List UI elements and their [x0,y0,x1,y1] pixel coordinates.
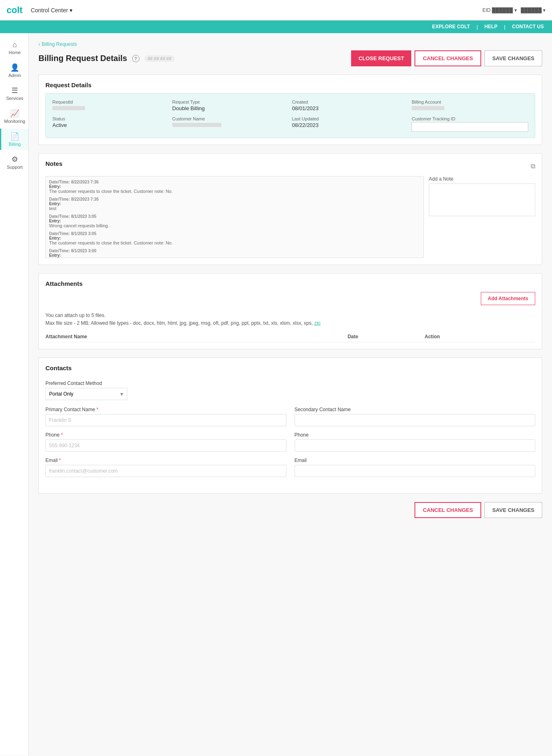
field-last-updated-value: 08/22/2023 [292,122,409,128]
sidebar-item-label: Services [6,96,23,101]
field-request-id-value [52,105,169,111]
notes-body: Date/Time: 8/22/2023 7:36 Entry: The cus… [45,176,535,258]
save-changes-button-bottom[interactable]: SAVE CHANGES [484,502,542,518]
sidebar-item-label: Billing [9,142,20,147]
secondary-contact-name-field: Secondary Contact Name [295,407,536,426]
request-details-section: Request Details RequestId Request Type D… [38,75,542,145]
support-icon: ⚙ [11,155,18,164]
field-customer-tracking-id-label: Customer Tracking ID [412,116,528,121]
primary-email-input[interactable] [45,465,286,477]
contacts-title: Contacts [45,364,535,371]
preferred-contact-method-select-wrapper: Portal Only Email Phone ▾ [45,388,127,400]
notes-log[interactable]: Date/Time: 8/22/2023 7:36 Entry: The cus… [45,176,424,258]
help-icon[interactable]: ? [132,55,140,62]
bottom-actions: CANCEL CHANGES SAVE CHANGES [38,502,542,526]
contacts-form: Preferred Contact Method Portal Only Ema… [45,376,535,487]
note-entry-4: Date/Time: 8/1/2023 3:05 Entry: The cust… [49,231,420,245]
secondary-phone-field: Phone [295,432,536,452]
breadcrumb-arrow: ‹ [38,41,40,47]
sidebar-item-services[interactable]: ☰ Services [0,83,28,104]
attachments-section: Attachments Add Attachments You can atta… [38,273,542,349]
note-entry-1: Date/Time: 8/22/2023 7:36 Entry: The cus… [49,180,420,194]
request-details-box: RequestId Request Type Double Billing Cr… [45,93,535,138]
primary-phone-field: Phone * [45,432,286,452]
sidebar-item-billing[interactable]: 📄 Billing [0,129,28,150]
field-status-value: Active [52,122,169,128]
field-billing-account: Billing Account [412,100,528,111]
phone-row: Phone * Phone [45,432,535,452]
preferred-contact-method-row: Preferred Contact Method Portal Only Ema… [45,380,535,400]
page-header: Billing Request Details ? ## ## ## ## CL… [38,50,542,66]
field-created-label: Created [292,100,409,104]
cancel-changes-button-bottom[interactable]: CANCEL CHANGES [415,502,481,518]
sidebar-item-support[interactable]: ⚙ Support [0,152,28,173]
sidebar-item-admin[interactable]: 👤 Admin [0,60,28,81]
secondary-contact-name-input[interactable] [295,414,536,426]
content-area: ‹ Billing Requests Billing Request Detai… [29,33,552,756]
note-add-area: Add a Note [429,176,535,258]
add-attachments-button[interactable]: Add Attachments [481,292,535,305]
preferred-contact-method-select[interactable]: Portal Only Email Phone [45,388,127,400]
explore-colt-link[interactable]: EXPLORE COLT [432,24,470,30]
field-request-id-label: RequestId [52,100,169,104]
field-customer-name: Customer Name [172,116,289,132]
main-layout: ⌂ Home 👤 Admin ☰ Services 📈 Monitoring 📄… [0,33,552,756]
field-customer-name-value [172,122,289,128]
preferred-contact-method-label: Preferred Contact Method [45,380,535,386]
sidebar-item-monitoring[interactable]: 📈 Monitoring [0,106,28,127]
close-request-button[interactable]: CLOSE REQUEST [351,50,411,66]
field-request-type-value: Double Billing [172,105,289,111]
primary-contact-name-field: Primary Contact Name * [45,407,286,426]
contact-name-row: Primary Contact Name * Secondary Contact… [45,407,535,426]
secondary-email-field: Email [295,457,536,477]
field-customer-tracking-id-input[interactable] [412,122,528,132]
secondary-contact-name-label: Secondary Contact Name [295,407,536,412]
sidebar-item-home[interactable]: ⌂ Home [0,37,28,58]
contacts-section: Contacts Preferred Contact Method Portal… [38,358,542,494]
zip-link[interactable]: zip [314,320,320,326]
app-name[interactable]: Control Center ▾ [31,7,72,14]
primary-contact-name-input[interactable] [45,414,286,426]
add-note-label: Add a Note [429,176,535,182]
attachments-table: Attachment Name Date Action [45,331,535,342]
field-request-type: Request Type Double Billing [172,100,289,111]
breadcrumb[interactable]: ‹ Billing Requests [38,41,542,47]
field-created-value: 08/01/2023 [292,105,409,111]
billing-icon: 📄 [10,132,19,141]
sidebar-item-label: Home [9,50,20,55]
field-created: Created 08/01/2023 [292,100,409,111]
primary-contact-name-label: Primary Contact Name * [45,407,286,412]
logo: colt [7,5,23,16]
col-date: Date [347,331,424,342]
secondary-email-input[interactable] [295,465,536,477]
attach-info-line2: Max file size - 2 MB; Allowed file types… [45,319,535,327]
request-id-badge: ## ## ## ## [144,55,175,62]
request-details-title: Request Details [45,81,535,88]
save-changes-button-top[interactable]: SAVE CHANGES [484,50,542,66]
copy-icon[interactable]: ⧉ [531,163,535,170]
breadcrumb-label: Billing Requests [42,41,77,47]
note-entry-2: Date/Time: 8/22/2023 7:35 Entry: test [49,197,420,211]
primary-email-field: Email * [45,457,286,477]
field-billing-account-label: Billing Account [412,100,528,104]
field-status: Status Active [52,116,169,132]
secondary-phone-input[interactable] [295,439,536,452]
primary-phone-input[interactable] [45,439,286,452]
top-nav: colt Control Center ▾ EID ██████ ▾ █████… [0,0,552,20]
request-details-grid: RequestId Request Type Double Billing Cr… [52,100,528,132]
eid-label: EID ██████ ▾ ██████ ▾ [482,7,545,13]
sub-nav: EXPLORE COLT | HELP | CONTACT US [0,20,552,33]
notes-header: Notes ⧉ [45,160,535,172]
notes-section: Notes ⧉ Date/Time: 8/22/2023 7:36 Entry:… [38,153,542,265]
add-note-textarea[interactable] [429,183,535,216]
field-customer-name-label: Customer Name [172,116,289,121]
help-link[interactable]: HELP [484,24,498,30]
contact-us-link[interactable]: CONTACT US [512,24,544,30]
cancel-changes-button-top[interactable]: CANCEL CHANGES [415,50,481,66]
page-header-actions: CLOSE REQUEST CANCEL CHANGES SAVE CHANGE… [351,50,542,66]
note-entry-5: Date/Time: 8/1/2023 3:00 Entry: Service … [49,249,420,258]
sidebar-item-label: Support [7,165,23,170]
field-billing-account-value [412,105,528,111]
admin-icon: 👤 [10,63,19,72]
secondary-email-label: Email [295,457,536,463]
